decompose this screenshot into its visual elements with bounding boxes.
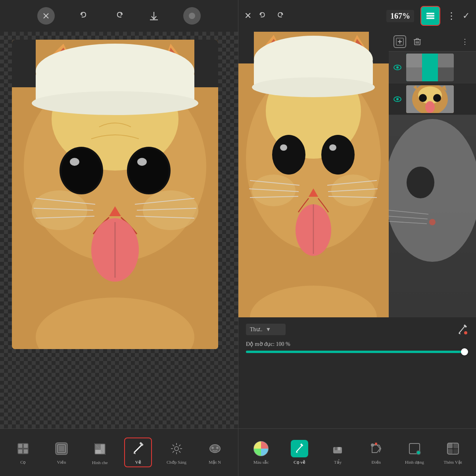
- layer-delete-button[interactable]: [411, 35, 424, 48]
- co-ve-icon: [291, 440, 308, 457]
- tool-vien-label: Viền: [57, 460, 66, 465]
- tool-ve-label: Vẽ: [135, 460, 141, 465]
- layer-add-button[interactable]: [393, 35, 406, 48]
- redo-button[interactable]: [113, 10, 125, 21]
- svg-rect-41: [24, 449, 28, 453]
- svg-rect-74: [416, 38, 418, 40]
- svg-rect-157: [447, 449, 453, 454]
- svg-rect-85: [438, 67, 454, 81]
- svg-rect-40: [18, 449, 22, 453]
- layer-2-visibility[interactable]: [392, 94, 403, 105]
- tool-hinh-che-label: Hình che: [92, 460, 108, 465]
- right-tool-hinh-dang-label: Hình dạng: [405, 460, 424, 465]
- svg-point-92: [433, 94, 441, 102]
- right-tool-co-ve[interactable]: Cọ vẽ: [286, 440, 313, 465]
- right-undo-button[interactable]: [258, 11, 268, 21]
- svg-line-60: [179, 451, 180, 453]
- cat-illustration-right: [238, 32, 389, 317]
- svg-rect-97: [238, 32, 254, 63]
- close-button[interactable]: [37, 7, 55, 25]
- cat-image-right: [238, 32, 389, 317]
- svg-point-64: [211, 447, 214, 449]
- tool-chop-sang[interactable]: Chớp Sáng: [163, 440, 190, 465]
- svg-line-62: [173, 451, 174, 453]
- svg-line-133: [459, 326, 465, 333]
- right-bottom-toolbar: Màu sắc Cọ vẽ Tẩy: [238, 428, 476, 476]
- svg-rect-84: [422, 67, 438, 81]
- svg-rect-158: [453, 449, 459, 454]
- chop-sang-icon: [168, 440, 185, 457]
- svg-point-54: [175, 447, 178, 451]
- svg-point-91: [419, 94, 427, 102]
- blend-mode-arrow: ▼: [266, 326, 271, 333]
- layer-item-2[interactable]: [389, 83, 476, 115]
- zoom-badge: 167%: [386, 10, 414, 22]
- tool-mat-na[interactable]: Mặt N: [201, 440, 229, 465]
- svg-point-23: [70, 158, 79, 166]
- layer-item-1[interactable]: [389, 52, 476, 83]
- right-tool-dien-label: Điền: [372, 460, 381, 465]
- panel-divider: [238, 0, 238, 476]
- right-tool-hinh-dang[interactable]: Hình dạng: [401, 440, 428, 465]
- layers-panel: ⋮: [389, 32, 476, 115]
- right-tool-mau-sac[interactable]: Màu sắc: [247, 440, 275, 465]
- right-toolbar: ✕ 167% ⋮ ✓: [238, 0, 476, 32]
- blend-mode-select[interactable]: Thư.. ▼: [246, 324, 286, 335]
- tool-co[interactable]: Cọ: [9, 440, 37, 465]
- layer-panel-more-button[interactable]: ⋮: [459, 35, 471, 48]
- hinh-che-icon: [91, 440, 109, 458]
- right-check-button[interactable]: ✓: [463, 11, 470, 21]
- right-redo-button[interactable]: [274, 11, 285, 21]
- left-canvas: [0, 32, 238, 428]
- svg-rect-49: [101, 444, 105, 454]
- svg-point-111: [321, 135, 355, 175]
- menu-circle-button[interactable]: [183, 7, 201, 25]
- svg-point-128: [407, 167, 434, 198]
- svg-rect-38: [18, 444, 22, 448]
- svg-rect-83: [406, 67, 422, 81]
- ve-icon: [129, 440, 147, 457]
- right-tool-co-ve-label: Cọ vẽ: [294, 460, 305, 465]
- left-bottom-toolbar: Cọ Viền: [0, 428, 238, 476]
- right-tool-dien[interactable]: Điền: [362, 440, 390, 465]
- opacity-slider-thumb[interactable]: [461, 348, 468, 355]
- svg-point-4: [189, 13, 195, 19]
- svg-marker-135: [459, 332, 461, 334]
- right-tool-tay[interactable]: Tẩy: [324, 440, 352, 465]
- right-tool-tay-label: Tẩy: [334, 460, 342, 465]
- svg-point-129: [429, 219, 436, 225]
- tool-vien[interactable]: Viền: [48, 440, 75, 465]
- right-tool-them-vat[interactable]: Thêm Vật: [439, 440, 467, 465]
- blend-mode-icon[interactable]: [457, 324, 468, 335]
- co-icon: [14, 440, 32, 457]
- right-close-button[interactable]: ✕: [244, 11, 251, 21]
- svg-point-18: [32, 91, 198, 115]
- svg-point-21: [61, 148, 101, 193]
- svg-rect-6: [12, 40, 36, 87]
- undo-button[interactable]: [79, 10, 90, 21]
- svg-line-61: [179, 445, 180, 446]
- svg-rect-140: [300, 443, 303, 447]
- right-more-button[interactable]: ⋮: [447, 10, 456, 21]
- download-button[interactable]: [148, 10, 159, 21]
- opacity-slider[interactable]: [246, 351, 468, 353]
- cat-illustration-left: [12, 40, 218, 349]
- hinh-dang-icon: [406, 440, 423, 457]
- tool-hinh-che[interactable]: Hình che: [86, 440, 114, 465]
- mat-na-icon: [206, 440, 224, 457]
- dien-icon: [367, 440, 385, 457]
- svg-point-145: [371, 443, 374, 447]
- svg-point-93: [425, 101, 435, 113]
- right-toolbar-right: ⋮ ✓: [420, 6, 470, 26]
- layer-1-thumbnail: [406, 54, 454, 81]
- svg-point-112: [280, 144, 287, 151]
- svg-rect-142: [333, 447, 342, 453]
- svg-rect-143: [335, 447, 337, 450]
- layer-1-visibility[interactable]: [392, 62, 403, 73]
- svg-rect-7: [194, 40, 218, 87]
- svg-point-79: [396, 66, 399, 69]
- svg-point-153: [417, 451, 420, 454]
- layers-button[interactable]: [420, 6, 440, 26]
- tool-ve[interactable]: Vẽ: [124, 438, 152, 467]
- svg-rect-48: [95, 450, 101, 454]
